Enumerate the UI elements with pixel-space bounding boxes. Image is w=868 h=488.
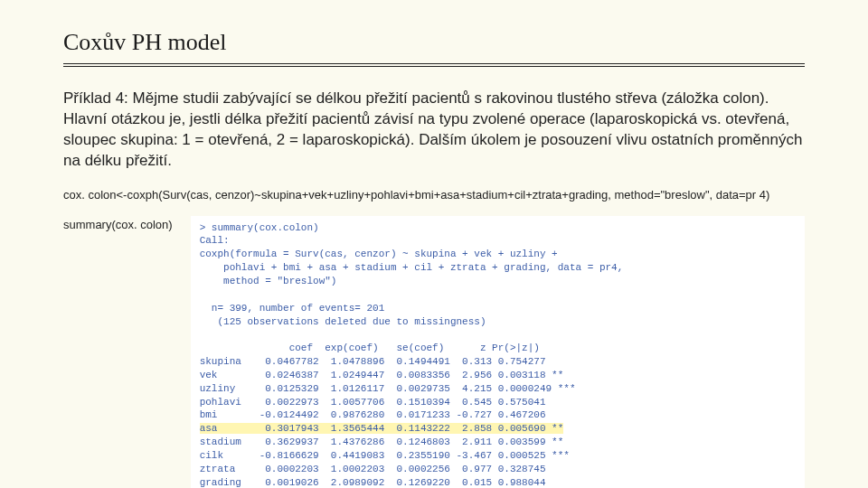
- console-row: uzliny 0.0125329 1.0126117 0.0029735 4.2…: [200, 383, 576, 394]
- console-line: n= 399, number of events= 201: [200, 303, 385, 314]
- code-snippet: cox. colon<-coxph(Surv(cas, cenzor)~skup…: [63, 188, 805, 203]
- console-row: skupina 0.0467782 1.0478896 0.1494491 0.…: [200, 356, 546, 367]
- slide: Coxův PH model Příklad 4: Mějme studii z…: [0, 0, 868, 488]
- console-line: method = "breslow"): [200, 276, 337, 286]
- summary-call: summary(cox. colon): [63, 216, 173, 231]
- slide-title: Coxův PH model: [63, 29, 805, 63]
- console-line: pohlavi + bmi + asa + stadium + cil + zt…: [200, 262, 624, 273]
- lower-row: summary(cox. colon) > summary(cox.colon)…: [63, 216, 805, 488]
- console-row-highlight: asa 0.3017943 1.3565444 0.1143222 2.858 …: [200, 423, 564, 434]
- console-row: bmi -0.0124492 0.9876280 0.0171233 -0.72…: [200, 409, 546, 420]
- console-line: > summary(cox.colon): [200, 222, 319, 233]
- console-row: pohlavi 0.0022973 1.0057706 0.1510394 0.…: [200, 397, 546, 408]
- title-underline: [63, 63, 805, 67]
- console-line: Call:: [200, 235, 230, 246]
- console-row: cilk -0.8166629 0.4419083 0.2355190 -3.4…: [200, 450, 570, 461]
- console-row: stadium 0.3629937 1.4376286 0.1246803 2.…: [200, 436, 564, 447]
- r-console-output: > summary(cox.colon) Call: coxph(formula…: [191, 216, 805, 488]
- console-colhead: coef exp(coef) se(coef) z Pr(>|z|): [200, 343, 540, 353]
- console-row: ztrata 0.0002203 1.0002203 0.0002256 0.9…: [200, 464, 546, 474]
- console-row: grading 0.0019026 2.0989092 0.1269220 0.…: [200, 477, 546, 488]
- console-row: vek 0.0246387 1.0249447 0.0083356 2.956 …: [200, 370, 564, 380]
- console-line: coxph(formula = Surv(cas, cenzor) ~ skup…: [200, 249, 558, 259]
- console-line: (125 observations deleted due to missing…: [200, 316, 486, 327]
- example-paragraph: Příklad 4: Mějme studii zabývající se dé…: [63, 89, 805, 172]
